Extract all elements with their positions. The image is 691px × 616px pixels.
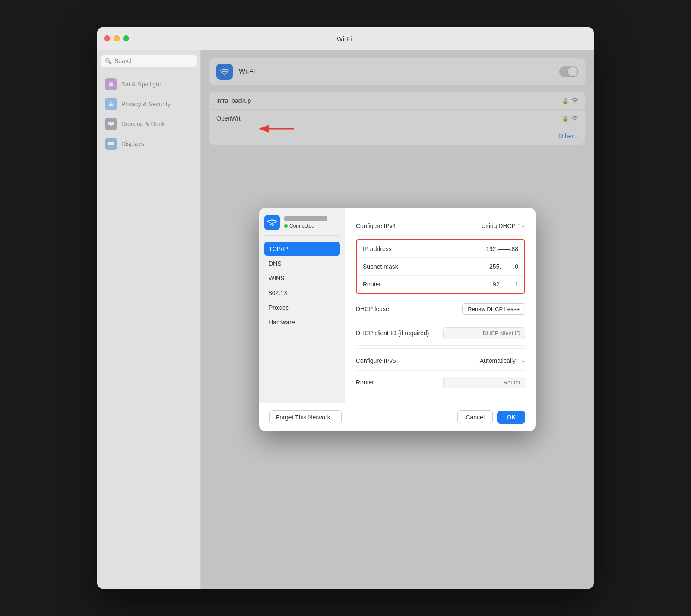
connected-badge: Connected xyxy=(284,223,327,229)
configure-ipv6-dropdown[interactable]: Automatically ⌃⌄ xyxy=(480,357,525,364)
siri-icon xyxy=(105,78,117,90)
modal-wifi-icon xyxy=(264,215,280,230)
subnet-mask-row: Subnet mask 255.——.0 xyxy=(357,258,524,276)
configure-ipv4-label: Configure IPv4 xyxy=(356,222,396,229)
dhcp-lease-row: DHCP lease Renew DHCP Lease xyxy=(356,297,525,321)
ip-address-label: IP address xyxy=(363,245,392,252)
network-name-blurred xyxy=(284,216,327,221)
configure-ipv6-label: Configure IPv6 xyxy=(356,357,396,364)
configure-ipv4-row: Configure IPv4 Using DHCP ⌃⌄ xyxy=(356,216,525,236)
section-separator xyxy=(356,348,525,349)
ip-address-value: 192.——.88 xyxy=(486,245,518,252)
svg-point-0 xyxy=(109,82,113,86)
connected-label: Connected xyxy=(289,223,314,229)
sidebar-item-siri[interactable]: Siri & Spotlight xyxy=(101,75,197,94)
title-bar: Wi-Fi xyxy=(97,27,594,50)
svg-rect-4 xyxy=(108,142,114,145)
modal-dialog: Connected TCP/IP DNS WINS 802.1X xyxy=(259,208,536,431)
tab-8021x[interactable]: 802.1X xyxy=(264,286,340,300)
configure-ipv6-value: Automatically xyxy=(480,357,516,364)
modal-overlay: Connected TCP/IP DNS WINS 802.1X xyxy=(201,50,594,589)
renew-dhcp-button[interactable]: Renew DHCP Lease xyxy=(462,303,525,315)
cancel-button[interactable]: Cancel xyxy=(457,410,493,424)
svg-point-8 xyxy=(272,225,273,226)
window-title: Wi-Fi xyxy=(136,35,552,42)
router-ipv6-row: Router xyxy=(356,371,525,394)
displays-label: Displays xyxy=(121,140,144,147)
main-content: 🔍 Siri & Spotlight Privacy & Security xyxy=(97,50,594,589)
modal-footer: Forget This Network... Cancel OK xyxy=(259,403,536,431)
privacy-icon xyxy=(105,98,117,110)
siri-label: Siri & Spotlight xyxy=(121,81,161,88)
router-value: 192.——.1 xyxy=(489,281,518,288)
desktop-label: Desktop & Dock xyxy=(121,121,165,127)
footer-right-buttons: Cancel OK xyxy=(457,410,525,424)
ip-address-row: IP address 192.——.88 xyxy=(357,240,524,258)
tab-wins[interactable]: WINS xyxy=(264,271,340,285)
tab-hardware[interactable]: Hardware xyxy=(264,315,340,329)
modal-wifi-info: Connected xyxy=(264,215,340,236)
configure-ipv4-dropdown[interactable]: Using DHCP ⌃⌄ xyxy=(482,222,525,229)
dropdown-arrows-ipv4: ⌃⌄ xyxy=(517,223,525,229)
privacy-label: Privacy & Security xyxy=(121,101,171,108)
red-border-section: IP address 192.——.88 Subnet mask 255.——.… xyxy=(356,239,525,294)
modal-network-row: Connected xyxy=(264,215,340,230)
configure-ipv4-value: Using DHCP xyxy=(482,222,516,229)
tab-tcpip[interactable]: TCP/IP xyxy=(264,242,340,256)
connected-dot xyxy=(284,224,288,228)
svg-rect-2 xyxy=(108,122,114,125)
sidebar-item-desktop[interactable]: Desktop & Dock xyxy=(101,114,197,133)
router-label: Router xyxy=(363,281,381,288)
tab-dns[interactable]: DNS xyxy=(264,257,340,270)
modal-main: Configure IPv4 Using DHCP ⌃⌄ IP address xyxy=(346,208,536,403)
wifi-settings-panel: Wi-Fi infra_backup 🔒 xyxy=(201,50,594,589)
maximize-button[interactable] xyxy=(123,35,129,41)
configure-ipv6-row: Configure IPv6 Automatically ⌃⌄ xyxy=(356,351,525,371)
forget-network-button[interactable]: Forget This Network... xyxy=(269,410,342,424)
svg-rect-3 xyxy=(110,125,112,126)
search-input[interactable] xyxy=(114,57,193,64)
dhcp-client-id-input[interactable] xyxy=(443,327,525,339)
search-bar[interactable]: 🔍 xyxy=(101,55,197,67)
dhcp-lease-label: DHCP lease xyxy=(356,305,389,312)
modal-body: Connected TCP/IP DNS WINS 802.1X xyxy=(259,208,536,403)
dhcp-client-id-label: DHCP client ID (if required) xyxy=(356,330,429,337)
ok-button[interactable]: OK xyxy=(497,411,525,424)
search-icon: 🔍 xyxy=(105,58,112,64)
tab-proxies[interactable]: Proxies xyxy=(264,301,340,314)
network-info-block: Connected xyxy=(284,216,327,229)
subnet-mask-label: Subnet mask xyxy=(363,263,398,270)
close-button[interactable] xyxy=(104,35,110,41)
subnet-mask-value: 255.——.0 xyxy=(489,263,518,270)
desktop-icon xyxy=(105,118,117,130)
svg-rect-1 xyxy=(109,104,113,106)
router-ipv6-input[interactable] xyxy=(443,377,525,388)
router-row: Router 192.——.1 xyxy=(357,276,524,293)
system-sidebar-items: Siri & Spotlight Privacy & Security Desk… xyxy=(101,75,197,153)
dhcp-client-id-row: DHCP client ID (if required) xyxy=(356,321,525,346)
main-window: Wi-Fi 🔍 Siri & Spotlight xyxy=(97,27,594,589)
modal-tabs: TCP/IP DNS WINS 802.1X Proxies Hardware xyxy=(264,242,340,329)
modal-sidebar: Connected TCP/IP DNS WINS 802.1X xyxy=(259,208,346,403)
minimize-button[interactable] xyxy=(114,35,120,41)
sidebar-item-privacy[interactable]: Privacy & Security xyxy=(101,95,197,114)
router-ipv6-label: Router xyxy=(356,379,374,386)
sidebar-item-displays[interactable]: Displays xyxy=(101,134,197,153)
traffic-lights xyxy=(104,35,129,41)
displays-icon xyxy=(105,138,117,150)
sidebar: 🔍 Siri & Spotlight Privacy & Security xyxy=(97,50,201,589)
dropdown-arrows-ipv6: ⌃⌄ xyxy=(517,358,525,363)
